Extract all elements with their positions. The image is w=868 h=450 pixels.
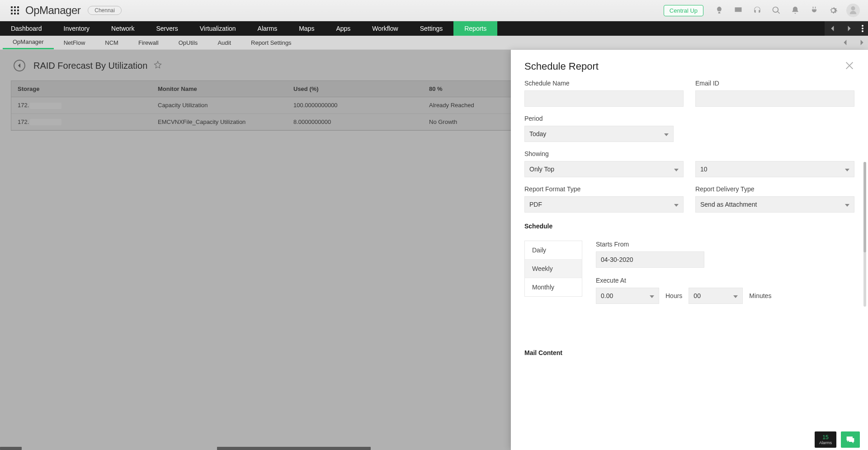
label-report-delivery-type: Report Delivery Type — [695, 185, 854, 193]
main-nav-apps[interactable]: Apps — [325, 21, 361, 36]
sub-nav-firewall[interactable]: Firewall — [128, 36, 169, 49]
main-nav-maps[interactable]: Maps — [288, 21, 325, 36]
email-id-input[interactable] — [695, 90, 854, 107]
sub-nav-report-settings[interactable]: Report Settings — [241, 36, 302, 49]
freq-tab-monthly[interactable]: Monthly — [525, 278, 582, 296]
svg-point-10 — [862, 28, 863, 29]
freq-tab-weekly[interactable]: Weekly — [525, 260, 582, 278]
main-nav-alarms[interactable]: Alarms — [247, 21, 288, 36]
alarm-count: 15 — [822, 435, 828, 440]
chevron-down-icon — [845, 166, 849, 173]
label-period: Period — [524, 115, 674, 122]
svg-rect-5 — [17, 9, 19, 11]
plug-icon[interactable] — [809, 5, 819, 15]
chevron-down-icon — [845, 201, 849, 208]
exec-minutes-select[interactable]: 00 — [689, 288, 743, 304]
svg-rect-8 — [17, 13, 19, 14]
panel-title: Schedule Report — [524, 61, 599, 72]
gear-icon[interactable] — [828, 5, 838, 15]
frequency-tabs: Daily Weekly Monthly — [524, 241, 582, 297]
apps-grid-icon[interactable] — [11, 6, 19, 14]
subnav-prev-icon[interactable] — [843, 40, 848, 45]
chevron-down-icon — [664, 130, 669, 137]
exec-minutes-value: 00 — [693, 292, 701, 299]
schedule-report-panel: Schedule Report Schedule Name Email ID P… — [511, 50, 868, 450]
close-icon[interactable] — [844, 61, 854, 72]
main-nav: Dashboard Inventory Network Servers Virt… — [0, 21, 868, 36]
main-nav-settings[interactable]: Settings — [409, 21, 454, 36]
report-delivery-value: Send as Attachment — [700, 201, 757, 208]
chevron-down-icon — [674, 166, 679, 173]
chevron-down-icon — [674, 201, 679, 208]
svg-point-11 — [862, 30, 863, 32]
showing-value: Only Top — [529, 166, 554, 173]
label-starts-from: Starts From — [596, 241, 854, 248]
label-report-format-type: Report Format Type — [524, 185, 684, 193]
main-nav-servers[interactable]: Servers — [145, 21, 189, 36]
chevron-down-icon — [733, 292, 738, 299]
svg-rect-3 — [11, 9, 13, 11]
label-showing: Showing — [524, 150, 854, 157]
rocket-icon[interactable] — [714, 5, 724, 15]
search-icon[interactable] — [771, 5, 781, 15]
report-format-select[interactable]: PDF — [524, 196, 684, 213]
exec-hours-value: 0.00 — [601, 292, 613, 299]
main-nav-network[interactable]: Network — [100, 21, 145, 36]
main-nav-inventory[interactable]: Inventory — [53, 21, 101, 36]
scrollbar-segment — [0, 447, 22, 450]
nav-next-icon[interactable] — [841, 21, 857, 36]
starts-from-input[interactable] — [596, 251, 704, 268]
main-nav-workflow[interactable]: Workflow — [361, 21, 409, 36]
svg-rect-2 — [17, 6, 19, 8]
svg-point-9 — [862, 25, 863, 27]
sub-nav-ncm[interactable]: NCM — [95, 36, 128, 49]
subnav-next-icon[interactable] — [859, 40, 864, 45]
freq-tab-daily[interactable]: Daily — [525, 241, 582, 260]
location-pill[interactable]: Chennai — [88, 6, 122, 15]
nav-prev-icon[interactable] — [825, 21, 841, 36]
period-value: Today — [529, 130, 546, 137]
section-schedule: Schedule — [524, 223, 854, 230]
chat-icon — [846, 436, 855, 444]
report-format-value: PDF — [529, 201, 542, 208]
svg-rect-7 — [14, 13, 16, 14]
period-select[interactable]: Today — [524, 126, 674, 142]
label-execute-at: Execute At — [596, 277, 854, 284]
section-mail-content: Mail Content — [524, 349, 854, 356]
sub-nav: OpManager NetFlow NCM Firewall OpUtils A… — [0, 36, 868, 50]
top-header: OpManager Chennai Central Up — [0, 0, 868, 21]
sub-nav-netflow[interactable]: NetFlow — [54, 36, 95, 49]
svg-rect-0 — [11, 6, 13, 8]
unit-hours: Hours — [665, 292, 682, 299]
main-nav-dashboard[interactable]: Dashboard — [0, 21, 53, 36]
scrollbar-segment — [217, 447, 371, 450]
showing-count-select[interactable]: 10 — [695, 161, 854, 177]
svg-rect-4 — [14, 9, 16, 11]
svg-rect-6 — [11, 13, 13, 14]
sub-nav-oputils[interactable]: OpUtils — [169, 36, 208, 49]
panel-scrollbar[interactable] — [863, 162, 866, 307]
bell-icon[interactable] — [790, 5, 800, 15]
main-nav-reports[interactable]: Reports — [453, 21, 497, 36]
chevron-down-icon — [650, 292, 654, 299]
report-delivery-select[interactable]: Send as Attachment — [695, 196, 854, 213]
presentation-icon[interactable] — [733, 5, 743, 15]
nav-more-icon[interactable] — [857, 21, 868, 36]
alarm-label: Alarms — [819, 441, 832, 445]
showing-select[interactable]: Only Top — [524, 161, 684, 177]
avatar[interactable] — [846, 4, 860, 17]
sub-nav-opmanager[interactable]: OpManager — [3, 36, 54, 49]
label-email-id: Email ID — [695, 80, 854, 87]
exec-hours-select[interactable]: 0.00 — [596, 288, 659, 304]
schedule-name-input[interactable] — [524, 90, 684, 107]
main-nav-virtualization[interactable]: Virtualization — [189, 21, 247, 36]
headset-icon[interactable] — [752, 5, 762, 15]
alarm-badge[interactable]: 15 Alarms — [815, 431, 836, 448]
unit-minutes: Minutes — [749, 292, 771, 299]
showing-count-value: 10 — [700, 166, 708, 173]
floating-actions: 15 Alarms — [815, 431, 860, 448]
sub-nav-audit[interactable]: Audit — [208, 36, 241, 49]
chat-button[interactable] — [841, 431, 860, 448]
svg-rect-1 — [14, 6, 16, 8]
central-status-pill[interactable]: Central Up — [664, 5, 703, 16]
